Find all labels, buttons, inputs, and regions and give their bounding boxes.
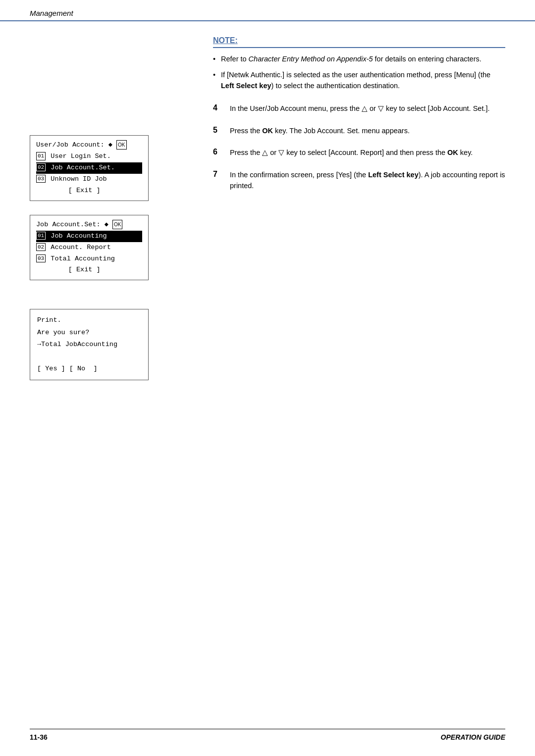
confirm-box: Print. Are you sure? →Total JobAccountin… <box>30 309 149 380</box>
lcd-screen1-item2-highlighted: 02 Job Account.Set. <box>36 162 142 174</box>
lcd-screen1-item3: 03 Unknown ID Job <box>36 174 142 185</box>
lcd-screen-2: Job Account.Set: ◆ OK 01 Job Accounting … <box>30 215 149 281</box>
right-column: NOTE: Refer to Character Entry Method on… <box>198 36 505 380</box>
lcd-screen2-item3: 03 Total Accounting <box>36 253 142 265</box>
steps: 4 In the User/Job Account menu, press th… <box>213 103 505 191</box>
step-4-number: 4 <box>213 103 223 112</box>
lcd-screen1-exit: [ Exit ] <box>36 185 142 197</box>
step-4-text: In the User/Job Account menu, press the … <box>230 103 490 114</box>
page-container: Management User/Job Account: ◆ OK 01 Use… <box>0 0 535 756</box>
note-section: NOTE: Refer to Character Entry Method on… <box>213 36 505 91</box>
step-5-number: 5 <box>213 125 223 135</box>
header-title: Management <box>30 9 73 17</box>
note-title: NOTE: <box>213 36 505 48</box>
page-footer: 11-36 OPERATION GUIDE <box>30 729 505 741</box>
lcd-screen2-exit: [ Exit ] <box>36 264 142 276</box>
step-5-text: Press the OK key. The Job Account. Set. … <box>230 125 410 136</box>
lcd-num-02: 02 <box>36 163 46 171</box>
footer-page-number: 11-36 <box>30 733 48 741</box>
step-4: 4 In the User/Job Account menu, press th… <box>213 103 505 114</box>
lcd-num-03b: 03 <box>36 254 46 262</box>
lcd-screen1-item1: 01 User Login Set. <box>36 151 142 162</box>
confirm-line4 <box>37 351 141 362</box>
lcd-screen2-item2: 02 Account. Report <box>36 242 142 253</box>
note-bullet-1: Refer to Character Entry Method on Appen… <box>213 54 505 65</box>
step-7-text: In the confirmation screen, press [Yes] … <box>230 169 505 192</box>
confirm-line3: →Total JobAccounting <box>37 339 141 351</box>
lcd-screen2-title: Job Account.Set: ◆ OK <box>36 219 142 231</box>
lcd-num-01b: 01 <box>36 232 46 240</box>
step-6-number: 6 <box>213 147 223 156</box>
confirm-line2: Are you sure? <box>37 327 141 339</box>
note-bullet-2: If [Netwk Authentic.] is selected as the… <box>213 70 505 92</box>
lcd-screen-1: User/Job Account: ◆ OK 01 User Login Set… <box>30 135 149 201</box>
ok-badge-2: OK <box>112 220 122 229</box>
lcd-num-02b: 02 <box>36 243 46 251</box>
lcd-num-03: 03 <box>36 175 46 183</box>
main-content: User/Job Account: ◆ OK 01 User Login Set… <box>0 21 535 420</box>
lcd-screen1-title: User/Job Account: ◆ OK <box>36 140 142 151</box>
note-bullets: Refer to Character Entry Method on Appen… <box>213 54 505 91</box>
page-header: Management <box>0 0 535 21</box>
footer-guide-title: OPERATION GUIDE <box>441 733 505 741</box>
confirm-line1: Print. <box>37 314 141 326</box>
left-column: User/Job Account: ◆ OK 01 User Login Set… <box>30 36 198 380</box>
lcd-screen2-item1-highlighted: 01 Job Accounting <box>36 231 142 242</box>
step-6: 6 Press the △ or ▽ key to select [Accoun… <box>213 147 505 158</box>
step-7-number: 7 <box>213 169 223 179</box>
lcd-num-01: 01 <box>36 152 46 160</box>
step-6-text: Press the △ or ▽ key to select [Account.… <box>230 147 473 158</box>
step-5: 5 Press the OK key. The Job Account. Set… <box>213 125 505 136</box>
ok-badge-1: OK <box>116 140 126 150</box>
step-7: 7 In the confirmation screen, press [Yes… <box>213 169 505 192</box>
confirm-line5: [ Yes ] [ No ] <box>37 363 141 375</box>
